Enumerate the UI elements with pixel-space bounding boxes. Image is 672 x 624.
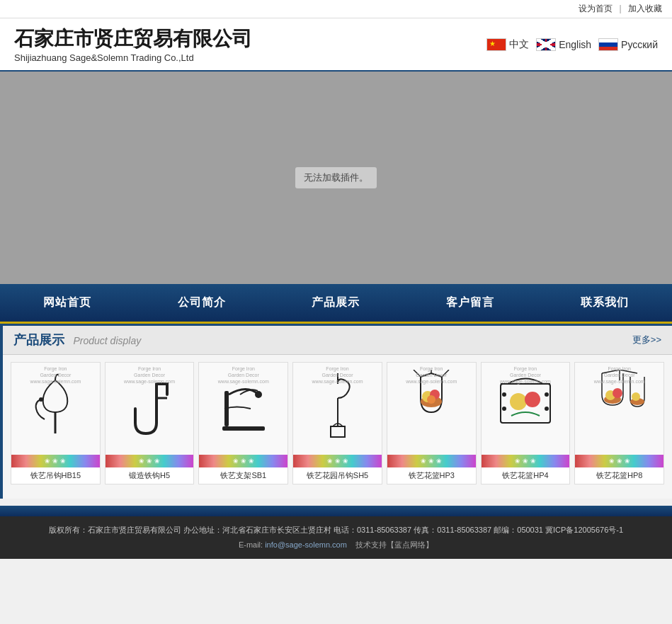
product-card-hp4[interactable]: Forge IronGarden Decorwww.sage-solemn.co… [481,362,571,484]
product-name-sb1: 铁艺支架SB1 [199,467,287,484]
section-title-en: Product display [73,335,141,346]
set-homepage-link[interactable]: 设为首页 [579,4,613,13]
products-section: 产品展示 Product display 更多>> Forge IronGard… [0,324,672,499]
product-img-sb1: Forge IronGarden Decorwww.sage-solemn.co… [199,363,287,455]
svg-point-3 [255,391,262,398]
lang-en[interactable]: English [536,38,591,51]
email-link[interactable]: info@sage-solemn.com [265,540,347,549]
language-switcher: 中文 English Русский [486,38,658,51]
company-name-en: Shijiazhuang Sage&Solemn Trading Co.,Ltd [14,52,252,63]
company-name-cn: 石家庄市贤庄贸易有限公司 [14,25,252,52]
banner: 无法加载插件。 [0,72,672,284]
section-title-cn: 产品展示 [13,333,64,347]
main-nav: 网站首页 公司简介 产品展示 客户留言 联系我们 [0,284,672,324]
svg-point-0 [39,397,43,402]
products-grid: Forge IronGarden Decorwww.sage-solemn.co… [3,355,672,492]
lang-cn-label: 中文 [509,38,529,51]
plugin-error-msg: 无法加载插件。 [295,167,377,188]
footer: 版权所有：石家庄市贤庄贸易有限公司 办公地址：河北省石家庄市长安区土贤庄村 电话… [0,516,672,559]
header: 石家庄市贤庄贸易有限公司 Shijiazhuang Sage&Solemn Tr… [0,18,672,72]
flower-bar-sh5: ❀❀❀ [293,455,382,467]
more-link[interactable]: 更多>> [632,334,661,346]
email-label: E-mail: [239,540,263,549]
product-name-hp8: 铁艺花篮HP8 [575,467,664,484]
footer-contact: E-mail: info@sage-solemn.com 技术支持【蓝点网络】 [7,540,665,550]
top-bar: 设为首页 | 加入收藏 [0,0,672,18]
footer-copyright: 版权所有：石家庄市贤庄贸易有限公司 办公地址：河北省石家庄市长安区土贤庄村 电话… [7,525,665,535]
svg-point-11 [502,392,506,397]
lang-ru-label: Русский [621,39,658,50]
lang-ru[interactable]: Русский [598,38,658,51]
flower-bar-h5: ❀❀❀ [106,455,194,467]
bookmark-link[interactable]: 加入收藏 [628,4,662,13]
flower-bar-hp4: ❀❀❀ [482,455,570,467]
flower-bar-hp3: ❀❀❀ [387,455,476,467]
flag-cn-icon [486,38,506,51]
product-name-hb15: 铁艺吊钩HB15 [11,467,100,484]
nav-products[interactable]: 产品展示 [269,284,404,322]
flower-bar-sb1: ❀❀❀ [199,455,287,467]
flower-bar-hp8: ❀❀❀ [575,455,664,467]
svg-point-14 [545,407,549,411]
flag-uk-icon [536,38,556,51]
svg-point-18 [613,388,622,398]
product-card-sb1[interactable]: Forge IronGarden Decorwww.sage-solemn.co… [198,362,288,484]
product-name-h5: 锻造铁钩H5 [106,467,194,484]
separator: | [620,4,622,13]
svg-point-7 [427,395,435,404]
nav-messages[interactable]: 客户留言 [403,284,537,322]
product-img-hp8: Forge IronGarden Decorwww.sage-solemn.co… [575,363,664,455]
section-header: 产品展示 Product display 更多>> [3,324,672,355]
lang-en-label: English [559,39,591,50]
svg-point-10 [525,392,540,407]
svg-point-9 [510,393,527,410]
svg-rect-1 [222,426,265,431]
logo: 石家庄市贤庄贸易有限公司 Shijiazhuang Sage&Solemn Tr… [14,25,252,63]
product-name-sh5: 铁艺花园吊钩SH5 [293,467,382,484]
nav-contact[interactable]: 联系我们 [537,284,672,322]
lang-cn[interactable]: 中文 [486,38,529,51]
product-name-hp4: 铁艺花篮HP4 [482,467,570,484]
svg-point-19 [632,392,640,401]
nav-about[interactable]: 公司简介 [135,284,269,322]
product-img-hp4: Forge IronGarden Decorwww.sage-solemn.co… [482,363,570,455]
svg-point-13 [545,392,549,397]
product-card-hp8[interactable]: Forge IronGarden Decorwww.sage-solemn.co… [574,362,664,484]
product-card-hp3[interactable]: Forge IronGarden Decorwww.sage-solemn.co… [387,362,477,484]
product-name-hp3: 铁艺花篮HP3 [387,467,476,484]
product-img-hb15: Forge IronGarden Decorwww.sage-solemn.co… [11,363,100,455]
product-card-h5[interactable]: Forge IronGarden Decorwww.sage-solemn.co… [105,362,195,484]
product-card-hb15[interactable]: Forge IronGarden Decorwww.sage-solemn.co… [11,362,101,484]
flower-bar-hb15: ❀❀❀ [11,455,100,467]
product-card-sh5[interactable]: Forge IronGarden Decorwww.sage-solemn.co… [292,362,382,484]
svg-point-12 [502,407,506,411]
product-img-hp3: Forge IronGarden Decorwww.sage-solemn.co… [387,363,476,455]
bottom-strip [0,506,672,516]
nav-home[interactable]: 网站首页 [0,284,135,322]
flag-ru-icon [598,38,618,51]
tech-support: 技术支持【蓝点网络】 [355,540,433,549]
product-img-sh5: Forge IronGarden Decorwww.sage-solemn.co… [293,363,382,455]
section-title: 产品展示 Product display [13,331,141,348]
product-img-h5: Forge IronGarden Decorwww.sage-solemn.co… [106,363,194,455]
